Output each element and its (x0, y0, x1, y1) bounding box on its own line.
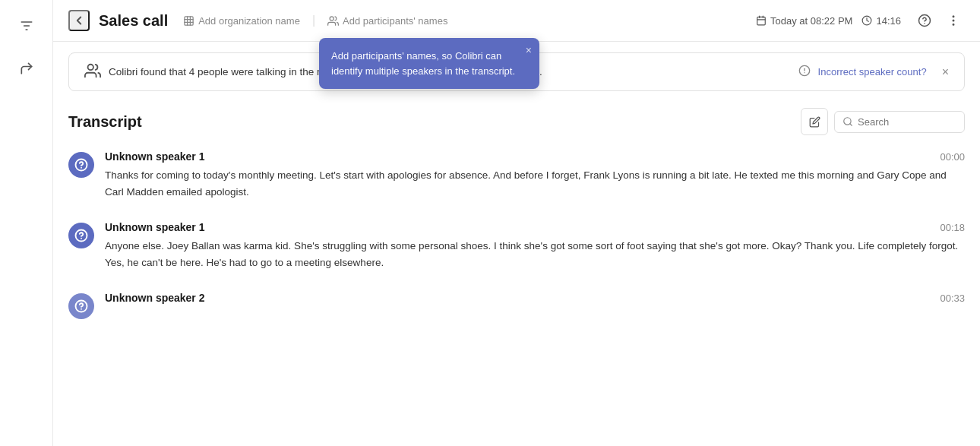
participants-input[interactable]: Add participants' names (327, 15, 447, 27)
org-name-input[interactable]: Add organization name (183, 15, 300, 27)
edit-button[interactable] (801, 108, 828, 135)
entry-text: Anyone else. Joey Ballan was karma kid. … (105, 238, 965, 270)
entry-content: Unknown speaker 2 00:33 (105, 292, 965, 319)
help-button[interactable] (913, 9, 936, 32)
incorrect-speaker-link[interactable]: Incorrect speaker count? (818, 66, 927, 77)
entry-content: Unknown speaker 1 00:18 Anyone else. Joe… (105, 221, 965, 270)
back-button[interactable] (68, 10, 90, 31)
entry-header: Unknown speaker 1 00:00 (105, 150, 965, 163)
sidebar (0, 0, 53, 446)
speaker-name: Unknown speaker 1 (105, 150, 205, 163)
svg-point-8 (330, 16, 334, 20)
transcript-entry: Unknown speaker 1 00:18 Anyone else. Joe… (68, 218, 965, 270)
speaker-name: Unknown speaker 2 (105, 292, 205, 304)
org-placeholder: Add organization name (198, 15, 300, 27)
participants-placeholder: Add participants' names (343, 15, 447, 27)
header-right: Today at 08:22 PM 14:16 (756, 9, 965, 32)
sidebar-share-icon[interactable] (13, 55, 40, 82)
search-input[interactable] (858, 116, 956, 128)
tooltip-close-button[interactable]: × (526, 44, 532, 56)
svg-point-16 (953, 16, 954, 17)
transcript-entry: Unknown speaker 1 00:00 Thanks for comin… (68, 147, 965, 200)
svg-point-19 (88, 65, 93, 70)
svg-point-17 (953, 20, 954, 21)
entry-content: Unknown speaker 1 00:00 Thanks for comin… (105, 150, 965, 200)
entry-time: 00:00 (940, 151, 965, 163)
tooltip-text: Add participants' names, so Colibri can … (331, 50, 515, 77)
svg-line-24 (850, 124, 852, 126)
entry-time: 00:18 (940, 222, 965, 233)
sidebar-filter-icon[interactable] (13, 12, 40, 40)
main-content: Sales call Add organization name | (53, 0, 980, 446)
divider: | (312, 14, 315, 27)
svg-rect-3 (185, 16, 193, 24)
banner-close-button[interactable]: × (942, 65, 949, 79)
info-icon[interactable] (798, 65, 811, 79)
transcript-controls (801, 108, 965, 135)
entry-header: Unknown speaker 1 00:18 (105, 221, 965, 233)
svg-rect-9 (757, 17, 766, 24)
avatar (68, 223, 94, 248)
header-datetime: Today at 08:22 PM 14:16 (756, 15, 901, 27)
time-label: 14:16 (876, 15, 901, 27)
entry-time: 00:33 (940, 293, 965, 304)
avatar (68, 293, 94, 319)
transcript-entry: Unknown speaker 2 00:33 (68, 289, 965, 319)
time-item: 14:16 (861, 15, 901, 27)
header: Sales call Add organization name | (53, 0, 980, 42)
search-box[interactable] (834, 111, 965, 133)
tooltip-popup: × Add participants' names, so Colibri ca… (319, 38, 539, 89)
header-actions (913, 9, 965, 32)
header-meta: Add organization name | Add participants… (183, 14, 447, 27)
transcript-header: Transcript (68, 102, 965, 147)
entry-text: Thanks for coming to today's monthly mee… (105, 167, 965, 200)
avatar (68, 152, 94, 178)
search-icon (842, 116, 853, 127)
svg-point-18 (953, 24, 954, 26)
banner-people-icon (84, 62, 101, 81)
page-title: Sales call (99, 12, 168, 30)
transcript-title: Transcript (68, 113, 801, 131)
speaker-name: Unknown speaker 1 (105, 221, 205, 233)
more-options-button[interactable] (942, 9, 965, 32)
entry-header: Unknown speaker 2 00:33 (105, 292, 965, 304)
date-label: Today at 08:22 PM (770, 15, 852, 27)
transcript-area[interactable]: Transcript (53, 102, 980, 446)
date-item: Today at 08:22 PM (756, 15, 852, 27)
